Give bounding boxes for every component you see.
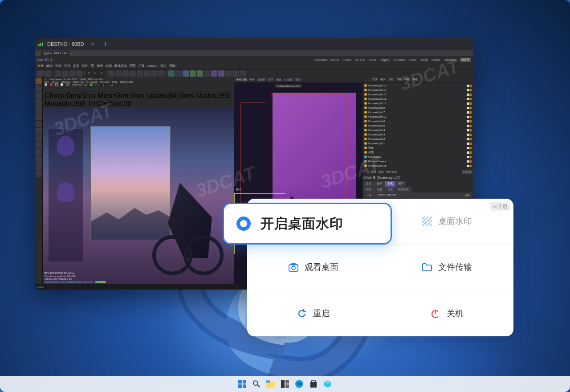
shutdown-cell[interactable]: 关机 bbox=[380, 290, 513, 336]
attr-subtab[interactable]: 镜头光晕 bbox=[395, 187, 411, 192]
light-icon[interactable] bbox=[240, 70, 246, 77]
layout-badge[interactable]: 新界面 bbox=[460, 58, 471, 62]
tool-icon[interactable] bbox=[69, 70, 75, 77]
layout-item[interactable]: Track bbox=[409, 58, 416, 61]
attr-subtab[interactable]: 基本 bbox=[363, 181, 374, 187]
tool-icon[interactable] bbox=[225, 70, 232, 77]
menu-item[interactable]: 创建 bbox=[55, 64, 61, 68]
menu-item[interactable]: 扩展 bbox=[138, 64, 145, 68]
store-icon[interactable] bbox=[309, 379, 318, 389]
layout-active[interactable]: 启动 (用户) bbox=[37, 58, 52, 62]
point-mode-icon[interactable] bbox=[36, 99, 42, 106]
attr-tab[interactable]: 模式 bbox=[371, 170, 376, 174]
menu-item[interactable]: 图层 bbox=[130, 64, 136, 68]
watermark-callout[interactable]: 开启桌面水印 bbox=[223, 203, 392, 245]
lv-val[interactable]: 0.5 bbox=[108, 83, 114, 86]
om-tab[interactable]: 书签 bbox=[412, 78, 418, 82]
field-icon[interactable] bbox=[218, 70, 224, 77]
tool-icon[interactable] bbox=[36, 163, 42, 170]
attr-subtab[interactable]: 投影 bbox=[363, 187, 374, 192]
tool-icon[interactable] bbox=[76, 70, 82, 77]
vp-menu[interactable]: 过滤器 bbox=[284, 78, 292, 82]
layout-item[interactable]: Model bbox=[330, 58, 339, 61]
tool-icon[interactable] bbox=[36, 128, 42, 134]
om-tab[interactable]: 编辑 bbox=[380, 78, 386, 82]
menu-item[interactable]: 帮助 bbox=[169, 64, 175, 68]
attr-subtab[interactable]: Octane LightTag bbox=[374, 192, 462, 198]
object-item[interactable]: OctaneLight.18 bbox=[363, 163, 472, 168]
prim-cube-icon[interactable] bbox=[168, 70, 175, 77]
tab-close-icon[interactable]: × bbox=[91, 41, 95, 48]
attr-custom[interactable]: 自定义 bbox=[462, 170, 472, 174]
box-icon[interactable] bbox=[323, 379, 333, 389]
lv-pt[interactable]: PT bbox=[95, 83, 99, 86]
deformer-icon[interactable] bbox=[211, 70, 217, 77]
tool-icon[interactable] bbox=[36, 142, 42, 148]
object-item[interactable]: OctaneLight.2 bbox=[363, 137, 472, 141]
object-list[interactable]: OctaneLight.15OctaneLight.14OctaneLight.… bbox=[362, 82, 473, 169]
tool-icon[interactable] bbox=[55, 70, 61, 77]
generator-icon[interactable] bbox=[197, 70, 203, 77]
attr-subtab[interactable]: 焦散 bbox=[385, 187, 395, 192]
vp-menu[interactable]: 选择 bbox=[276, 78, 281, 82]
menu-item[interactable]: 网 bbox=[91, 64, 94, 68]
start-icon[interactable] bbox=[237, 379, 247, 389]
home-icon[interactable]: ⌂ bbox=[37, 52, 40, 56]
undo-icon[interactable] bbox=[37, 70, 44, 77]
tool-icon[interactable] bbox=[36, 85, 42, 91]
menu-item[interactable]: 文件 bbox=[37, 64, 44, 68]
tool-icon[interactable] bbox=[36, 149, 42, 155]
attr-subtab[interactable]: 光度 bbox=[374, 187, 385, 192]
layout-item[interactable]: Visualize bbox=[444, 58, 456, 61]
tool-icon[interactable] bbox=[36, 171, 42, 177]
tool-icon[interactable] bbox=[151, 70, 157, 77]
camera-icon[interactable] bbox=[232, 70, 239, 77]
axis-x[interactable]: X bbox=[86, 70, 92, 77]
menu-item[interactable]: 动画 bbox=[97, 64, 103, 68]
attr-subtab[interactable]: 坐标 bbox=[374, 181, 385, 187]
tool-icon[interactable] bbox=[36, 92, 42, 98]
om-tab[interactable]: 对象 bbox=[396, 78, 402, 82]
object-item[interactable]: OctaneLight.14 bbox=[363, 88, 472, 92]
doc-tab[interactable]: 场景xx_0012.c4d bbox=[41, 51, 69, 56]
attr-subtab[interactable]: 目标 bbox=[462, 192, 472, 198]
menu-item[interactable]: 工具 bbox=[73, 64, 79, 68]
tool-icon[interactable] bbox=[36, 121, 42, 127]
generator-icon[interactable] bbox=[190, 70, 196, 77]
edge-mode-icon[interactable] bbox=[36, 106, 42, 113]
attr-tab[interactable]: 用户数据 bbox=[386, 170, 397, 174]
tool-icon[interactable] bbox=[115, 70, 122, 77]
edge-icon[interactable] bbox=[294, 379, 304, 389]
object-item[interactable]: 平面 bbox=[363, 150, 472, 155]
object-item[interactable]: OctaneLight.6 bbox=[363, 119, 472, 123]
object-item[interactable]: OctaneSky bbox=[363, 155, 472, 159]
tab-add-icon[interactable]: + bbox=[103, 40, 107, 48]
menu-item[interactable]: 窗口 bbox=[160, 64, 167, 68]
object-item[interactable]: OctaneLight.13 bbox=[363, 92, 472, 97]
tool-icon[interactable] bbox=[137, 70, 143, 77]
object-item[interactable]: OctaneCamera bbox=[363, 159, 472, 163]
attr-tab[interactable]: 编辑 bbox=[379, 170, 384, 174]
layout-item[interactable]: Animate bbox=[394, 58, 405, 61]
poly-mode-icon[interactable] bbox=[36, 114, 42, 120]
layout-item[interactable]: Script bbox=[420, 58, 428, 61]
tool-icon[interactable] bbox=[62, 70, 68, 77]
attr-subtab[interactable]: 工程 bbox=[363, 192, 374, 198]
explorer-icon[interactable] bbox=[266, 379, 276, 389]
menu-item[interactable]: 模拟 bbox=[106, 64, 112, 68]
object-item[interactable]: OctaneLight.12 bbox=[363, 114, 472, 119]
taskview-icon[interactable] bbox=[280, 379, 290, 389]
attr-subtab[interactable]: 细节 bbox=[395, 181, 406, 187]
tool-icon[interactable] bbox=[175, 70, 182, 77]
object-item[interactable]: OctaneLight.15 bbox=[363, 83, 472, 88]
axis-z[interactable]: Z bbox=[99, 70, 104, 77]
model-mode-icon[interactable] bbox=[36, 78, 42, 84]
spline-icon[interactable] bbox=[183, 70, 189, 77]
menu-item[interactable]: 编辑 bbox=[46, 64, 53, 68]
render-viewport[interactable]: RTX 3070 |NOTEB 0| %21.ms Out-of-core us… bbox=[43, 108, 234, 284]
layout-item[interactable]: Rigging bbox=[379, 58, 390, 61]
tool-icon[interactable] bbox=[36, 156, 42, 163]
layout-item[interactable]: Standard bbox=[314, 58, 327, 61]
watermark-cell[interactable]: 未开启 桌面水印 bbox=[380, 199, 513, 245]
menu-item[interactable]: Octane bbox=[147, 65, 158, 68]
